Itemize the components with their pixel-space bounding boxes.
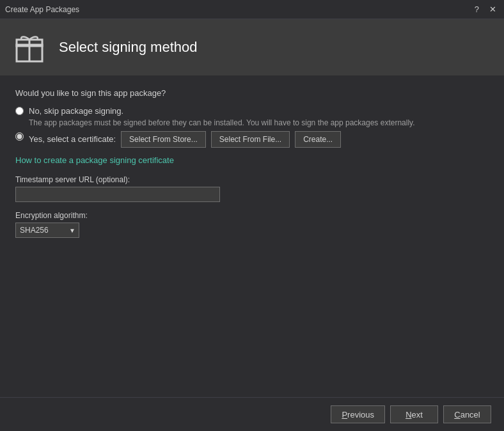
help-button[interactable]: ?: [472, 5, 482, 13]
encryption-label: Encryption algorithm:: [15, 211, 489, 220]
select-from-file-button[interactable]: Select From File...: [211, 131, 290, 148]
radio-yes-option: Yes, select a certificate: Select From S…: [15, 131, 489, 148]
radio-yes-content: Yes, select a certificate: Select From S…: [29, 131, 341, 148]
encryption-select-wrapper: SHA256 SHA384 SHA512 ▼: [15, 223, 79, 238]
radio-yes-input[interactable]: [15, 132, 24, 141]
main-content: Would you like to sign this app package?…: [0, 75, 504, 397]
next-button[interactable]: Next: [390, 405, 438, 423]
radio-yes-label[interactable]: Yes, select a certificate:: [29, 134, 116, 145]
cancel-button[interactable]: Cancel: [443, 405, 491, 423]
radio-group: No, skip package signing. The app packag…: [15, 106, 489, 148]
previous-label: Previous: [342, 410, 374, 419]
timestamp-group: Timestamp server URL (optional):: [15, 175, 489, 202]
title-bar: Create App Packages ? ✕: [0, 0, 504, 19]
radio-no-content: No, skip package signing. The app packag…: [29, 106, 415, 127]
previous-button[interactable]: Previous: [331, 405, 385, 423]
question-text: Would you like to sign this app package?: [15, 88, 489, 98]
radio-yes-inline: Yes, select a certificate: Select From S…: [29, 131, 341, 148]
header-section: Select signing method: [0, 19, 504, 75]
encryption-select[interactable]: SHA256 SHA384 SHA512: [15, 223, 79, 238]
next-label: Next: [406, 410, 423, 419]
footer: Previous Next Cancel: [0, 397, 504, 431]
window-controls: ? ✕: [472, 5, 499, 13]
close-button[interactable]: ✕: [487, 5, 499, 13]
radio-no-option: No, skip package signing. The app packag…: [15, 106, 489, 127]
page-title: Select signing method: [59, 39, 197, 56]
radio-no-subtext: The app packages must be signed before t…: [29, 118, 415, 127]
timestamp-label: Timestamp server URL (optional):: [15, 175, 489, 184]
how-to-link[interactable]: How to create a package signing certific…: [15, 155, 174, 165]
encryption-group: Encryption algorithm: SHA256 SHA384 SHA5…: [15, 211, 489, 238]
header-icon: [13, 31, 46, 64]
radio-no-input[interactable]: [15, 107, 24, 115]
cancel-label: Cancel: [454, 410, 480, 419]
create-button[interactable]: Create...: [295, 131, 341, 148]
window-title: Create App Packages: [5, 5, 79, 14]
timestamp-input[interactable]: [15, 187, 220, 202]
radio-no-label[interactable]: No, skip package signing.: [29, 106, 123, 116]
select-from-store-button[interactable]: Select From Store...: [121, 131, 206, 148]
